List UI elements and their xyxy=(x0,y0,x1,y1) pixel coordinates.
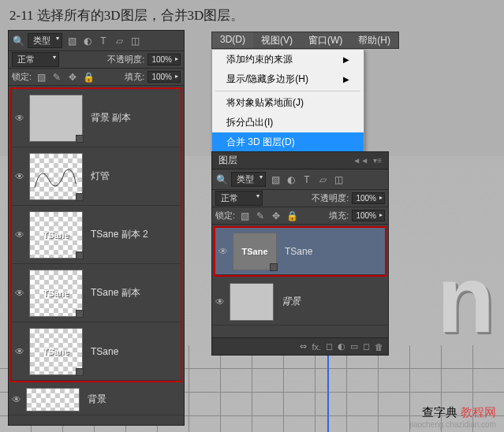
panel-footer: ⇔ fx. ◻ ◐ ▭ ◻ 🗑 xyxy=(212,337,388,355)
filter-text-icon[interactable]: T xyxy=(301,173,313,186)
lock-brush-icon[interactable]: ✎ xyxy=(50,71,63,84)
layer-row[interactable]: 👁 TSane TSane xyxy=(12,322,181,381)
lock-position-icon[interactable]: ✥ xyxy=(66,71,79,84)
filter-search-icon[interactable]: 🔍 xyxy=(12,35,24,47)
fx-icon[interactable]: fx. xyxy=(312,342,321,352)
layer-name[interactable]: 背景 xyxy=(275,295,388,308)
layer-row[interactable]: 👁 背景 副本 xyxy=(12,89,181,147)
filter-type-select[interactable]: 类型 xyxy=(28,33,62,48)
submenu-arrow-icon: ▶ xyxy=(343,75,349,84)
new-layer-icon[interactable]: ◻ xyxy=(363,341,370,352)
menu-view[interactable]: 视图(V) xyxy=(253,32,301,48)
visibility-icon[interactable]: 👁 xyxy=(12,288,28,299)
filter-pixel-icon[interactable]: ▧ xyxy=(269,173,282,186)
lock-label: 锁定: xyxy=(12,71,32,83)
visibility-icon[interactable]: 👁 xyxy=(12,346,28,357)
visibility-icon[interactable]: 👁 xyxy=(9,394,24,405)
3d-badge-icon xyxy=(76,310,84,318)
adjustment-icon[interactable]: ◐ xyxy=(338,341,345,352)
menu-item-label: 显示/隐藏多边形(H) xyxy=(226,73,308,86)
filter-smart-icon[interactable]: ◫ xyxy=(129,35,141,47)
3d-badge-icon xyxy=(76,368,84,376)
layer-name[interactable]: TSane 副本 2 xyxy=(84,228,181,241)
visibility-icon[interactable]: 👁 xyxy=(215,246,231,257)
thumb-text: TSane xyxy=(241,247,267,256)
layer-thumbnail[interactable]: TSane xyxy=(233,233,277,270)
fill-value[interactable]: 100% xyxy=(352,210,385,222)
layer-thumbnail[interactable] xyxy=(29,95,83,142)
layer-thumbnail[interactable] xyxy=(29,153,83,200)
layer-row[interactable]: 👁 TSane TSane 副本 xyxy=(12,264,181,322)
lock-position-icon[interactable]: ✥ xyxy=(270,210,282,222)
menu-show-hide-polygon[interactable]: 显示/隐藏多边形(H)▶ xyxy=(212,69,364,89)
panel-menu-icon[interactable]: ▾≡ xyxy=(373,156,382,165)
filter-smart-icon[interactable]: ◫ xyxy=(332,173,345,186)
lock-toolbar: 锁定: ▧ ✎ ✥ 🔒 填充: 100% xyxy=(212,207,388,225)
filter-adjust-icon[interactable]: ◐ xyxy=(81,35,94,47)
visibility-icon[interactable]: 👁 xyxy=(12,113,28,124)
menu-window[interactable]: 窗口(W) xyxy=(301,32,350,48)
lock-brush-icon[interactable]: ✎ xyxy=(254,210,267,222)
filter-shape-icon[interactable]: ▱ xyxy=(113,35,125,47)
filter-shape-icon[interactable]: ▱ xyxy=(316,173,329,186)
layer-row[interactable]: 👁 背景 xyxy=(9,384,184,415)
filter-type-select[interactable]: 类型 xyxy=(231,172,266,187)
layer-row[interactable]: 👁 灯管 xyxy=(12,147,181,206)
blend-mode-select[interactable]: 正常 xyxy=(12,52,59,67)
layer-row[interactable]: 👁 TSane TSane 副本 2 xyxy=(12,206,181,264)
3d-dropdown-menu: 添加约束的来源▶ 显示/隐藏多边形(H)▶ 将对象贴紧地面(J) 拆分凸出(I)… xyxy=(211,49,364,153)
layer-name[interactable]: 灯管 xyxy=(84,169,181,183)
filter-adjust-icon[interactable]: ◐ xyxy=(285,173,297,186)
mask-icon[interactable]: ◻ xyxy=(326,341,333,352)
menu-merge-3d-layers[interactable]: 合并 3D 图层(D) xyxy=(212,132,364,152)
filter-pixel-icon[interactable]: ▧ xyxy=(65,35,78,47)
layers-list-right: 👁 TSane TSane 👁 背景 xyxy=(212,225,388,326)
panel-controls: ◄◄ ▾≡ xyxy=(353,156,382,165)
layer-thumbnail[interactable]: TSane xyxy=(29,270,83,317)
panel-collapse-icon[interactable]: ◄◄ xyxy=(353,156,368,165)
menu-separator xyxy=(215,91,360,91)
opacity-label: 不透明度: xyxy=(107,54,144,65)
filter-text-icon[interactable]: T xyxy=(97,35,110,47)
menu-split-extrude[interactable]: 拆分凸出(I) xyxy=(212,113,364,132)
lamp-shape-icon xyxy=(33,160,77,192)
layer-thumbnail[interactable] xyxy=(230,283,274,321)
menu-help[interactable]: 帮助(H) xyxy=(350,32,398,48)
thumb-text: TSane xyxy=(43,230,69,240)
blend-mode-select[interactable]: 正常 xyxy=(215,191,263,206)
watermark: 查字典 教程网 jiaocheng.chazidian.com xyxy=(409,405,496,429)
menu-3d[interactable]: 3D(D) xyxy=(212,32,253,48)
layer-name[interactable]: TSane 副本 xyxy=(84,286,181,300)
layer-row[interactable]: 👁 背景 xyxy=(212,278,388,326)
opacity-value[interactable]: 100% xyxy=(352,192,385,204)
filter-search-icon[interactable]: 🔍 xyxy=(215,173,228,186)
trash-icon[interactable]: 🗑 xyxy=(375,342,383,352)
layers-tab[interactable]: 图层 xyxy=(218,154,237,167)
fill-label: 填充: xyxy=(125,71,144,83)
blend-toolbar: 正常 不透明度: 100% xyxy=(212,190,388,207)
menu-snap-ground[interactable]: 将对象贴紧地面(J) xyxy=(212,93,364,113)
visibility-icon[interactable]: 👁 xyxy=(212,296,228,307)
layer-name[interactable]: TSane xyxy=(278,246,385,257)
layers-panel-left: 🔍 类型 ▧ ◐ T ▱ ◫ 正常 不透明度: 100% 锁定: ▧ ✎ ✥ 🔒… xyxy=(8,30,185,426)
layer-name[interactable]: TSane xyxy=(84,346,181,357)
layer-thumbnail[interactable]: TSane xyxy=(29,328,83,375)
layer-thumbnail[interactable]: TSane xyxy=(29,211,83,259)
opacity-value[interactable]: 100% xyxy=(147,54,181,65)
3d-badge-icon xyxy=(76,251,84,259)
visibility-icon[interactable]: 👁 xyxy=(12,171,28,182)
lock-transparency-icon[interactable]: ▧ xyxy=(35,71,47,84)
layer-name[interactable]: 背景 xyxy=(81,393,184,406)
lock-all-icon[interactable]: 🔒 xyxy=(82,71,95,84)
layer-row[interactable]: 👁 TSane TSane xyxy=(215,228,385,275)
fill-value[interactable]: 100% xyxy=(147,71,181,83)
lock-transparency-icon[interactable]: ▧ xyxy=(238,210,251,222)
layer-thumbnail[interactable] xyxy=(26,388,80,412)
visibility-icon[interactable]: 👁 xyxy=(12,229,28,240)
menu-item-label: 添加约束的来源 xyxy=(226,53,293,66)
menu-add-constraint[interactable]: 添加约束的来源▶ xyxy=(212,50,364,69)
group-icon[interactable]: ▭ xyxy=(350,341,358,352)
link-icon[interactable]: ⇔ xyxy=(300,341,307,352)
lock-all-icon[interactable]: 🔒 xyxy=(286,210,298,222)
layer-name[interactable]: 背景 副本 xyxy=(84,111,181,125)
